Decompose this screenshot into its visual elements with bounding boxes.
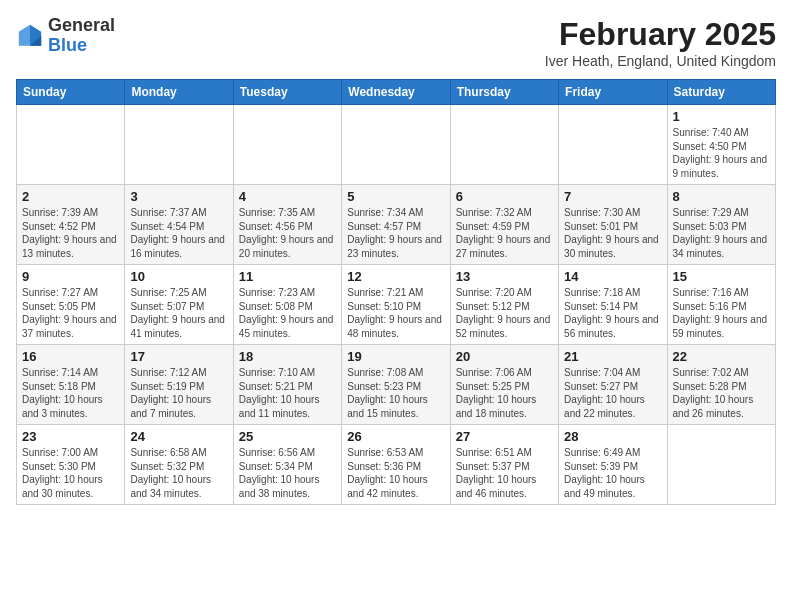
day-info: Sunrise: 7:21 AM Sunset: 5:10 PM Dayligh…: [347, 286, 444, 340]
day-info: Sunrise: 7:23 AM Sunset: 5:08 PM Dayligh…: [239, 286, 336, 340]
day-number: 22: [673, 349, 770, 364]
day-number: 8: [673, 189, 770, 204]
day-info: Sunrise: 7:10 AM Sunset: 5:21 PM Dayligh…: [239, 366, 336, 420]
day-info: Sunrise: 7:02 AM Sunset: 5:28 PM Dayligh…: [673, 366, 770, 420]
day-info: Sunrise: 7:08 AM Sunset: 5:23 PM Dayligh…: [347, 366, 444, 420]
calendar-week-row: 9Sunrise: 7:27 AM Sunset: 5:05 PM Daylig…: [17, 265, 776, 345]
day-number: 6: [456, 189, 553, 204]
day-info: Sunrise: 6:51 AM Sunset: 5:37 PM Dayligh…: [456, 446, 553, 500]
day-number: 27: [456, 429, 553, 444]
calendar-cell: [450, 105, 558, 185]
day-info: Sunrise: 6:58 AM Sunset: 5:32 PM Dayligh…: [130, 446, 227, 500]
calendar-cell: [559, 105, 667, 185]
day-info: Sunrise: 7:00 AM Sunset: 5:30 PM Dayligh…: [22, 446, 119, 500]
calendar-week-row: 2Sunrise: 7:39 AM Sunset: 4:52 PM Daylig…: [17, 185, 776, 265]
day-number: 17: [130, 349, 227, 364]
svg-marker-1: [19, 25, 30, 46]
day-info: Sunrise: 7:39 AM Sunset: 4:52 PM Dayligh…: [22, 206, 119, 260]
day-info: Sunrise: 7:20 AM Sunset: 5:12 PM Dayligh…: [456, 286, 553, 340]
weekday-header-cell: Tuesday: [233, 80, 341, 105]
calendar-cell: 23Sunrise: 7:00 AM Sunset: 5:30 PM Dayli…: [17, 425, 125, 505]
day-number: 14: [564, 269, 661, 284]
calendar-week-row: 16Sunrise: 7:14 AM Sunset: 5:18 PM Dayli…: [17, 345, 776, 425]
calendar-cell: [125, 105, 233, 185]
weekday-header-cell: Thursday: [450, 80, 558, 105]
calendar-cell: 11Sunrise: 7:23 AM Sunset: 5:08 PM Dayli…: [233, 265, 341, 345]
day-number: 9: [22, 269, 119, 284]
day-number: 3: [130, 189, 227, 204]
day-number: 4: [239, 189, 336, 204]
calendar-cell: 6Sunrise: 7:32 AM Sunset: 4:59 PM Daylig…: [450, 185, 558, 265]
calendar-cell: 9Sunrise: 7:27 AM Sunset: 5:05 PM Daylig…: [17, 265, 125, 345]
calendar-cell: [667, 425, 775, 505]
calendar-cell: [342, 105, 450, 185]
calendar-cell: 8Sunrise: 7:29 AM Sunset: 5:03 PM Daylig…: [667, 185, 775, 265]
day-info: Sunrise: 7:29 AM Sunset: 5:03 PM Dayligh…: [673, 206, 770, 260]
day-info: Sunrise: 7:04 AM Sunset: 5:27 PM Dayligh…: [564, 366, 661, 420]
calendar-cell: [233, 105, 341, 185]
day-info: Sunrise: 7:30 AM Sunset: 5:01 PM Dayligh…: [564, 206, 661, 260]
calendar-cell: 18Sunrise: 7:10 AM Sunset: 5:21 PM Dayli…: [233, 345, 341, 425]
calendar-cell: 27Sunrise: 6:51 AM Sunset: 5:37 PM Dayli…: [450, 425, 558, 505]
calendar-cell: 13Sunrise: 7:20 AM Sunset: 5:12 PM Dayli…: [450, 265, 558, 345]
day-number: 26: [347, 429, 444, 444]
calendar-cell: 1Sunrise: 7:40 AM Sunset: 4:50 PM Daylig…: [667, 105, 775, 185]
day-number: 19: [347, 349, 444, 364]
day-info: Sunrise: 7:27 AM Sunset: 5:05 PM Dayligh…: [22, 286, 119, 340]
calendar-cell: 28Sunrise: 6:49 AM Sunset: 5:39 PM Dayli…: [559, 425, 667, 505]
day-info: Sunrise: 6:49 AM Sunset: 5:39 PM Dayligh…: [564, 446, 661, 500]
header: General Blue February 2025 Iver Heath, E…: [16, 16, 776, 69]
weekday-header-cell: Wednesday: [342, 80, 450, 105]
day-info: Sunrise: 7:40 AM Sunset: 4:50 PM Dayligh…: [673, 126, 770, 180]
calendar-week-row: 23Sunrise: 7:00 AM Sunset: 5:30 PM Dayli…: [17, 425, 776, 505]
calendar-cell: 15Sunrise: 7:16 AM Sunset: 5:16 PM Dayli…: [667, 265, 775, 345]
weekday-header-cell: Monday: [125, 80, 233, 105]
calendar-cell: 16Sunrise: 7:14 AM Sunset: 5:18 PM Dayli…: [17, 345, 125, 425]
day-info: Sunrise: 7:32 AM Sunset: 4:59 PM Dayligh…: [456, 206, 553, 260]
calendar-cell: 24Sunrise: 6:58 AM Sunset: 5:32 PM Dayli…: [125, 425, 233, 505]
day-number: 20: [456, 349, 553, 364]
calendar-cell: 2Sunrise: 7:39 AM Sunset: 4:52 PM Daylig…: [17, 185, 125, 265]
calendar-cell: [17, 105, 125, 185]
day-number: 28: [564, 429, 661, 444]
location: Iver Heath, England, United Kingdom: [545, 53, 776, 69]
logo: General Blue: [16, 16, 115, 56]
calendar-cell: 25Sunrise: 6:56 AM Sunset: 5:34 PM Dayli…: [233, 425, 341, 505]
calendar-body: 1Sunrise: 7:40 AM Sunset: 4:50 PM Daylig…: [17, 105, 776, 505]
day-number: 24: [130, 429, 227, 444]
day-number: 23: [22, 429, 119, 444]
day-info: Sunrise: 7:18 AM Sunset: 5:14 PM Dayligh…: [564, 286, 661, 340]
weekday-header-cell: Friday: [559, 80, 667, 105]
calendar-cell: 19Sunrise: 7:08 AM Sunset: 5:23 PM Dayli…: [342, 345, 450, 425]
day-number: 21: [564, 349, 661, 364]
day-info: Sunrise: 7:14 AM Sunset: 5:18 PM Dayligh…: [22, 366, 119, 420]
calendar-cell: 20Sunrise: 7:06 AM Sunset: 5:25 PM Dayli…: [450, 345, 558, 425]
calendar-cell: 4Sunrise: 7:35 AM Sunset: 4:56 PM Daylig…: [233, 185, 341, 265]
weekday-header-cell: Saturday: [667, 80, 775, 105]
calendar-cell: 17Sunrise: 7:12 AM Sunset: 5:19 PM Dayli…: [125, 345, 233, 425]
day-number: 7: [564, 189, 661, 204]
day-number: 12: [347, 269, 444, 284]
day-number: 11: [239, 269, 336, 284]
calendar-table: SundayMondayTuesdayWednesdayThursdayFrid…: [16, 79, 776, 505]
month-title: February 2025: [545, 16, 776, 53]
day-number: 15: [673, 269, 770, 284]
day-number: 13: [456, 269, 553, 284]
day-info: Sunrise: 7:25 AM Sunset: 5:07 PM Dayligh…: [130, 286, 227, 340]
calendar-cell: 14Sunrise: 7:18 AM Sunset: 5:14 PM Dayli…: [559, 265, 667, 345]
calendar-cell: 26Sunrise: 6:53 AM Sunset: 5:36 PM Dayli…: [342, 425, 450, 505]
day-number: 5: [347, 189, 444, 204]
title-area: February 2025 Iver Heath, England, Unite…: [545, 16, 776, 69]
calendar-week-row: 1Sunrise: 7:40 AM Sunset: 4:50 PM Daylig…: [17, 105, 776, 185]
logo-icon: [16, 22, 44, 50]
day-number: 2: [22, 189, 119, 204]
day-info: Sunrise: 7:16 AM Sunset: 5:16 PM Dayligh…: [673, 286, 770, 340]
calendar-cell: 10Sunrise: 7:25 AM Sunset: 5:07 PM Dayli…: [125, 265, 233, 345]
day-number: 10: [130, 269, 227, 284]
weekday-header-row: SundayMondayTuesdayWednesdayThursdayFrid…: [17, 80, 776, 105]
day-number: 16: [22, 349, 119, 364]
day-info: Sunrise: 7:37 AM Sunset: 4:54 PM Dayligh…: [130, 206, 227, 260]
calendar-cell: 7Sunrise: 7:30 AM Sunset: 5:01 PM Daylig…: [559, 185, 667, 265]
day-info: Sunrise: 7:06 AM Sunset: 5:25 PM Dayligh…: [456, 366, 553, 420]
day-number: 25: [239, 429, 336, 444]
